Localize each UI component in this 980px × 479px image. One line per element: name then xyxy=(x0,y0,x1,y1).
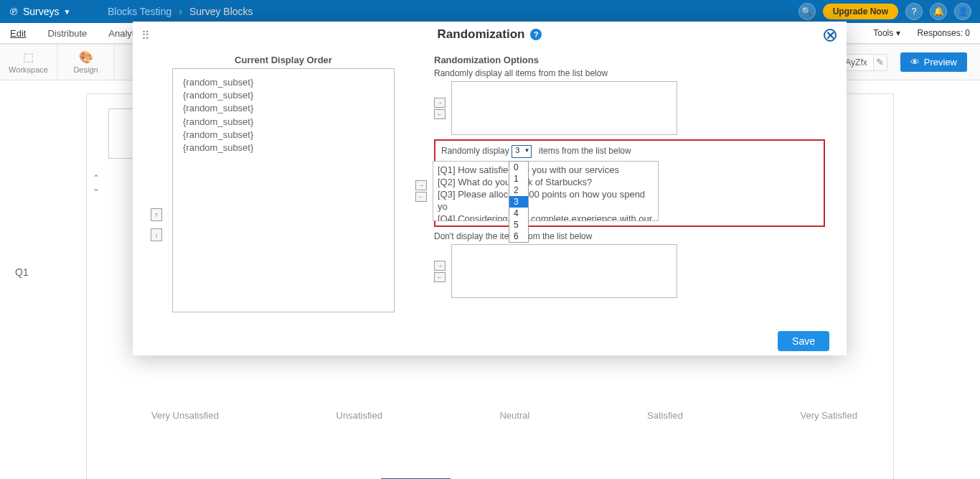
list-item[interactable]: [Q2] What do you think of Starbucks? xyxy=(438,177,654,189)
move-down-icon[interactable]: ↓ xyxy=(151,228,162,241)
dropdown-option[interactable]: 5 xyxy=(509,219,528,231)
breadcrumb-leaf: Survey Blocks xyxy=(189,6,253,17)
dropdown-option[interactable]: 1 xyxy=(509,173,528,185)
move-left-icon[interactable]: ← xyxy=(434,109,446,119)
breadcrumb-root[interactable]: Blocks Testing xyxy=(108,6,171,17)
brand-caret-icon: ▼ xyxy=(64,8,71,16)
scale-opt: Unsatisfied xyxy=(336,410,382,421)
scale-opt: Neutral xyxy=(499,410,529,421)
scale-opt: Very Satisfied xyxy=(800,410,857,421)
palette-icon: 🎨 xyxy=(57,50,114,64)
all-items-list[interactable] xyxy=(451,81,677,135)
left-col-title: Current Display Order xyxy=(154,55,413,65)
search-icon[interactable]: 🔍 xyxy=(798,3,816,20)
dropdown-option[interactable]: 0 xyxy=(509,162,528,173)
move-right-icon[interactable]: → xyxy=(434,98,446,108)
responses-label: Responses: 0 xyxy=(918,28,970,38)
list-item[interactable]: {random_subset} xyxy=(183,76,384,89)
modal-title: Randomization xyxy=(438,27,525,42)
tab-distribute[interactable]: Distribute xyxy=(47,28,87,39)
scale-opt: Satisfied xyxy=(647,410,683,421)
brand-menu[interactable]: ℗ Surveys ▼ xyxy=(0,6,93,17)
move-left-icon[interactable]: ← xyxy=(434,272,446,282)
randomization-modal: ⠿ Randomization ? ✕ Current Display Orde… xyxy=(133,22,847,355)
list-item[interactable]: {random_subset} xyxy=(183,129,384,141)
collapse-down-icon[interactable]: ⌄ xyxy=(93,183,100,193)
subset-items-list[interactable]: [Q1] How satisfied are you with our serv… xyxy=(433,161,659,221)
scale-opt: Very Unsatisfied xyxy=(151,410,219,421)
tab-edit[interactable]: Edit xyxy=(10,28,26,39)
right-col-title: Randomization Options xyxy=(434,55,825,65)
upgrade-button[interactable]: Upgrade Now xyxy=(823,4,898,19)
drag-handle-icon[interactable]: ⠿ xyxy=(141,29,148,42)
dropdown-option[interactable]: 6 xyxy=(509,231,528,242)
tools-menu[interactable]: Tools ▾ xyxy=(873,28,900,38)
breadcrumb-sep-icon: › xyxy=(179,6,182,17)
dropdown-option[interactable]: 4 xyxy=(509,208,528,219)
help-icon[interactable]: ? xyxy=(905,3,923,20)
sec1-label: Randomly display all items from the list… xyxy=(434,68,825,78)
breadcrumb: Blocks Testing › Survey Blocks xyxy=(108,6,253,17)
close-icon[interactable]: ✕ xyxy=(824,29,837,42)
dropdown-option[interactable]: 2 xyxy=(509,185,528,196)
list-item[interactable]: [Q1] How satisfied are you with our serv… xyxy=(438,164,654,177)
move-right-icon[interactable]: → xyxy=(415,180,427,190)
brand-logo-icon: ℗ xyxy=(9,6,19,17)
collapse-up-icon[interactable]: ⌃ xyxy=(93,173,100,183)
count-select[interactable]: 3 xyxy=(512,145,532,158)
bell-icon[interactable]: 🔔 xyxy=(930,3,947,20)
design-button[interactable]: 🎨 Design xyxy=(57,45,115,80)
edit-url-button[interactable]: ✎ xyxy=(873,54,887,71)
help-icon[interactable]: ? xyxy=(530,29,542,40)
dropdown-option-selected[interactable]: 3 xyxy=(509,196,528,208)
preview-button[interactable]: 👁 Preview xyxy=(900,52,967,72)
sec2-pre: Randomly display xyxy=(441,146,509,156)
avatar[interactable]: 👤 xyxy=(954,3,971,20)
list-item[interactable]: {random_subset} xyxy=(183,141,384,154)
sec3-label: Don't display the items from the list be… xyxy=(434,231,825,241)
question-label: Q1 xyxy=(15,266,29,278)
move-right-icon[interactable]: → xyxy=(434,261,446,271)
list-item[interactable]: [Q3] Please allocate 100 points on how y… xyxy=(438,189,654,213)
count-dropdown[interactable]: 0 1 2 3 4 5 6 xyxy=(509,161,529,243)
move-up-icon[interactable]: ↑ xyxy=(151,208,162,221)
eye-icon: 👁 xyxy=(910,57,920,68)
list-item[interactable]: {random_subset} xyxy=(183,89,384,102)
brand-label: Surveys xyxy=(23,6,60,17)
workspace-button[interactable]: ⬚ Workspace xyxy=(0,45,57,80)
workspace-icon: ⬚ xyxy=(0,50,57,64)
dont-display-list[interactable] xyxy=(451,244,677,298)
display-order-list[interactable]: {random_subset} {random_subset} {random_… xyxy=(172,68,395,312)
move-left-icon[interactable]: ← xyxy=(415,192,427,202)
list-item[interactable]: {random_subset} xyxy=(183,102,384,115)
list-item[interactable]: [Q4] Considering your complete experienc… xyxy=(438,213,654,221)
sec2-post: items from the list below xyxy=(539,146,631,156)
tab-analytics[interactable]: Analyt xyxy=(108,28,134,39)
list-item[interactable]: {random_subset} xyxy=(183,116,384,129)
likert-scale: Very Unsatisfied Unsatisfied Neutral Sat… xyxy=(151,410,857,421)
save-button[interactable]: Save xyxy=(778,331,829,351)
